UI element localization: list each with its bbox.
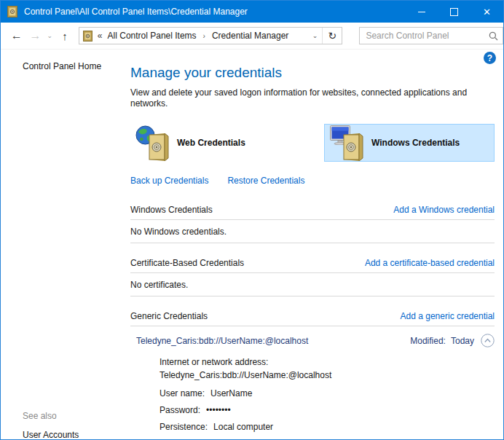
credential-manager-window: Control Panel\All Control Panel Items\Cr… [0, 0, 504, 440]
persistence-label: Persistence: [160, 422, 208, 432]
breadcrumb-overflow-chevron[interactable]: « [98, 31, 103, 41]
breadcrumb-credential-manager[interactable]: Credential Manager [212, 31, 288, 41]
title-bar: Control Panel\All Control Panel Items\Cr… [1, 1, 503, 23]
chevron-up-icon [481, 334, 495, 347]
chevron-down-icon: ⌄ [312, 32, 318, 39]
credential-persistence: Persistence:Local computer [160, 422, 495, 432]
address-value: Teledyne_Caris:bdb://UserName:@localhost [160, 369, 495, 382]
address-bar[interactable]: « All Control Panel Items › Credential M… [79, 27, 343, 44]
address-label: Internet or network address: [160, 355, 495, 369]
sidebar-item-control-panel-home[interactable]: Control Panel Home [23, 61, 125, 71]
back-button[interactable]: ← [7, 26, 27, 45]
forward-arrow-icon: → [30, 29, 42, 42]
credential-row: Teledyne_Caris:bdb://UserName:@localhost… [130, 326, 495, 347]
help-icon: ? [487, 53, 492, 63]
main-area: Control Panel Home See also User Account… [1, 50, 503, 440]
credential-name-link[interactable]: Teledyne_Caris:bdb://UserName:@localhost [136, 336, 308, 346]
sidebar-item-user-accounts[interactable]: User Accounts [23, 430, 79, 440]
up-button[interactable]: ↑ [55, 26, 74, 45]
breadcrumb-separator-icon[interactable]: › [203, 32, 205, 40]
forward-button[interactable]: → [27, 26, 44, 45]
credential-row-right: Modified:Today [410, 334, 495, 347]
section-title: Generic Credentials [130, 311, 208, 321]
section-title: Windows Credentials [130, 205, 213, 215]
password-value: •••••••• [206, 405, 231, 415]
credential-password: Password:•••••••• [160, 405, 495, 415]
restore-credentials-link[interactable]: Restore Credentials [227, 176, 304, 186]
see-also-label: See also [23, 411, 57, 421]
credential-modified: Modified:Today [410, 336, 474, 346]
navigation-bar: ← → ⌄ ↑ « All Control Panel Items › Cred… [1, 23, 503, 50]
web-credentials-tile[interactable]: Web Credentials [130, 124, 324, 162]
section-divider [130, 219, 495, 220]
collapse-credential-button[interactable] [481, 334, 495, 347]
username-value: UserName [210, 388, 252, 398]
add-generic-credential-link[interactable]: Add a generic credential [401, 311, 495, 321]
section-divider [130, 272, 495, 273]
section-divider [130, 296, 495, 296]
windows-credentials-empty: No Windows credentials. [130, 227, 495, 237]
breadcrumb-all-control-panel-items[interactable]: All Control Panel Items [108, 31, 197, 41]
certificate-credentials-empty: No certificates. [130, 280, 495, 290]
backup-credentials-link[interactable]: Back up Credentials [130, 176, 208, 186]
page-title: Manage your credentials [130, 65, 495, 81]
maximize-icon [450, 8, 458, 16]
address-dropdown-button[interactable]: ⌄ [307, 32, 322, 39]
safe-app-icon [7, 6, 17, 17]
refresh-button[interactable]: ↻ [322, 28, 342, 44]
credential-actions: Back up Credentials Restore Credentials [130, 176, 495, 186]
safe-icon [147, 133, 169, 161]
credential-details: Internet or network address: Teledyne_Ca… [160, 355, 495, 440]
content-pane: ? Manage your credentials View and delet… [125, 50, 503, 440]
username-label: User name: [160, 388, 205, 398]
up-arrow-icon: ↑ [62, 30, 68, 42]
close-icon: ✕ [483, 7, 491, 17]
credential-type-tiles: Web Credentials [130, 124, 495, 162]
refresh-icon: ↻ [328, 30, 337, 42]
modified-value: Today [451, 336, 474, 346]
credential-username: User name:UserName [160, 388, 495, 398]
search-icon[interactable] [484, 31, 503, 41]
web-credentials-icon [135, 125, 170, 161]
section-divider [130, 243, 495, 243]
search-input[interactable] [360, 31, 484, 41]
chevron-down-icon: ⌄ [47, 32, 52, 39]
generic-credentials-section-header: Generic Credentials Add a generic creden… [130, 311, 495, 321]
certificate-credentials-section-header: Certificate-Based Credentials Add a cert… [130, 258, 495, 268]
windows-credentials-label: Windows Credentials [371, 138, 460, 148]
maximize-button[interactable] [438, 1, 470, 23]
persistence-value: Local computer [213, 422, 273, 432]
back-arrow-icon: ← [11, 29, 23, 42]
windows-credentials-icon [330, 125, 365, 161]
recent-pages-dropdown[interactable]: ⌄ [44, 26, 55, 45]
windows-credentials-tile[interactable]: Windows Credentials [324, 124, 495, 162]
safe-address-icon [83, 31, 92, 42]
web-credentials-label: Web Credentials [177, 138, 245, 148]
help-button[interactable]: ? [484, 52, 496, 64]
section-title: Certificate-Based Credentials [130, 258, 244, 268]
sidebar: Control Panel Home See also User Account… [1, 50, 125, 440]
add-certificate-credential-link[interactable]: Add a certificate-based credential [365, 258, 495, 268]
modified-label: Modified: [410, 336, 446, 346]
credential-address: Internet or network address: Teledyne_Ca… [160, 355, 495, 382]
search-box [359, 27, 503, 44]
safe-icon [342, 133, 363, 161]
window-title: Control Panel\All Control Panel Items\Cr… [24, 7, 405, 17]
add-windows-credential-link[interactable]: Add a Windows credential [393, 205, 495, 215]
windows-credentials-section-header: Windows Credentials Add a Windows creden… [130, 205, 495, 215]
page-subtitle: View and delete your saved logon informa… [130, 87, 485, 109]
minimize-button[interactable] [405, 1, 438, 23]
minimize-icon [418, 12, 425, 12]
password-label: Password: [160, 405, 200, 415]
close-button[interactable]: ✕ [470, 1, 503, 23]
